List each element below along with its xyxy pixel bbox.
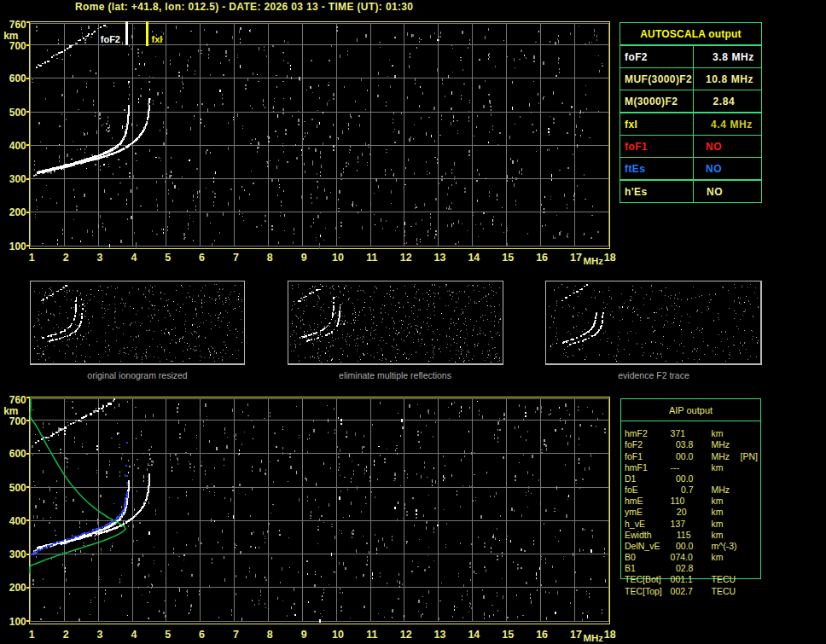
svg-text:1: 1 [29, 252, 35, 264]
svg-text:fxI: fxI [625, 119, 637, 131]
svg-text:MHz: MHz [712, 451, 730, 461]
svg-text:4: 4 [131, 629, 137, 641]
svg-text:10: 10 [332, 629, 344, 641]
svg-text:foE: foE [625, 484, 638, 495]
svg-text:km: km [712, 530, 724, 540]
svg-text:700: 700 [9, 40, 26, 52]
svg-text:002.7: 002.7 [671, 586, 693, 596]
svg-text:100: 100 [9, 241, 26, 252]
svg-text:13: 13 [434, 629, 446, 641]
svg-text:200: 200 [9, 582, 26, 594]
svg-text:18: 18 [604, 252, 616, 264]
svg-text:fxI: fxI [152, 34, 163, 44]
svg-text:evidence F2 trace: evidence F2 trace [618, 370, 689, 380]
svg-text:500: 500 [9, 482, 26, 494]
svg-text:16: 16 [536, 252, 548, 264]
svg-text:03.8: 03.8 [676, 439, 694, 450]
svg-text:MHz: MHz [583, 256, 603, 266]
svg-text:00.0: 00.0 [676, 473, 694, 484]
svg-text:4: 4 [131, 252, 137, 264]
svg-text:8: 8 [267, 252, 273, 264]
svg-text:12: 12 [400, 252, 412, 264]
svg-text:300: 300 [9, 548, 26, 560]
svg-text:02.8: 02.8 [676, 563, 694, 573]
svg-text:9: 9 [301, 629, 307, 641]
svg-text:MHz: MHz [712, 439, 730, 450]
svg-text:NO: NO [707, 186, 723, 198]
svg-text:16: 16 [536, 629, 548, 641]
svg-text:14: 14 [468, 629, 480, 641]
svg-text:110: 110 [671, 496, 685, 506]
svg-text:371: 371 [671, 428, 686, 438]
svg-text:NO: NO [706, 141, 722, 153]
svg-text:400: 400 [9, 515, 26, 527]
svg-text:km: km [712, 496, 724, 506]
svg-text:hmE: hmE [625, 496, 643, 506]
svg-text:00.0: 00.0 [676, 451, 694, 461]
svg-text:700: 700 [9, 415, 26, 427]
svg-text:6: 6 [199, 252, 205, 264]
svg-text:20: 20 [677, 507, 687, 517]
svg-text:B1: B1 [625, 563, 636, 573]
svg-text:km: km [712, 507, 724, 517]
svg-text:600: 600 [9, 73, 26, 84]
svg-text:TECU: TECU [712, 586, 736, 596]
svg-text:100: 100 [9, 616, 26, 628]
svg-text:Ewidth: Ewidth [625, 530, 652, 540]
svg-text:500: 500 [9, 107, 26, 119]
svg-text:TEC[Top]: TEC[Top] [625, 586, 662, 596]
svg-text:4.4 MHz: 4.4 MHz [711, 119, 753, 131]
svg-text:foF1: foF1 [625, 451, 643, 461]
svg-text:5: 5 [165, 629, 171, 641]
svg-text:h'Es: h'Es [625, 186, 647, 198]
svg-text:ftEs: ftEs [625, 163, 645, 175]
svg-text:2.84: 2.84 [713, 96, 736, 107]
svg-text:6: 6 [199, 629, 205, 641]
svg-text:074.0: 074.0 [671, 552, 693, 562]
svg-text:12: 12 [400, 629, 412, 641]
svg-text:hmF1: hmF1 [625, 462, 648, 473]
svg-text:foF1: foF1 [625, 141, 648, 153]
svg-text:foF2: foF2 [101, 34, 120, 44]
svg-text:18: 18 [604, 629, 616, 641]
svg-text:760: 760 [9, 394, 26, 406]
svg-text:MUF(3000)F2: MUF(3000)F2 [625, 73, 692, 85]
svg-text:h_vE: h_vE [625, 519, 645, 529]
svg-text:11: 11 [366, 629, 377, 641]
svg-text:MHz: MHz [583, 633, 603, 643]
svg-text:400: 400 [9, 140, 26, 152]
svg-text:m^(-3): m^(-3) [712, 541, 737, 551]
svg-text:10: 10 [332, 252, 344, 264]
svg-text:AIP output: AIP output [669, 405, 713, 415]
svg-text:km: km [712, 519, 724, 529]
svg-text:eliminate multiple reflections: eliminate multiple reflections [339, 370, 451, 380]
svg-text:M(3000)F2: M(3000)F2 [625, 96, 678, 107]
svg-text:00.0: 00.0 [676, 541, 694, 551]
svg-text:2: 2 [63, 629, 69, 641]
svg-text:14: 14 [468, 252, 480, 264]
svg-text:115: 115 [677, 530, 691, 540]
svg-text:7: 7 [233, 629, 239, 641]
svg-text:15: 15 [502, 252, 514, 264]
svg-text:0.7: 0.7 [681, 484, 694, 495]
svg-text:[PN]: [PN] [741, 451, 759, 461]
svg-text:10.8 MHz: 10.8 MHz [706, 73, 753, 85]
svg-text:9: 9 [301, 252, 307, 264]
svg-text:original ionogram resized: original ionogram resized [87, 370, 187, 380]
svg-text:TEC[Bot]: TEC[Bot] [625, 574, 661, 584]
svg-text:600: 600 [9, 448, 26, 460]
svg-text:15: 15 [502, 629, 514, 641]
svg-text:8: 8 [267, 629, 273, 641]
svg-text:foF2: foF2 [625, 439, 643, 450]
svg-text:2: 2 [63, 252, 69, 264]
svg-text:B0: B0 [625, 552, 636, 562]
svg-text:3.8 MHz: 3.8 MHz [713, 51, 754, 63]
svg-text:3: 3 [97, 629, 103, 641]
svg-text:NO: NO [706, 163, 722, 175]
svg-text:DelN_vE: DelN_vE [625, 541, 660, 551]
svg-text:200: 200 [9, 206, 26, 218]
svg-text:11: 11 [366, 252, 377, 264]
svg-text:17: 17 [570, 629, 582, 641]
svg-text:TECU: TECU [712, 574, 736, 584]
svg-text:---: --- [671, 462, 680, 473]
